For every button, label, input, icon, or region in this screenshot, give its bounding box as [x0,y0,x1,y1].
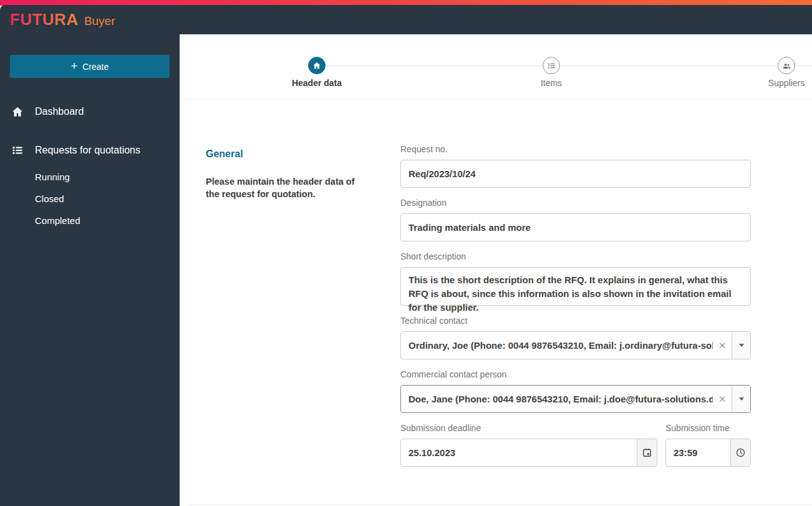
sidebar-subitem-closed[interactable]: Closed [0,193,180,206]
field-commercial-contact: Commercial contact person Doe, Jane (Pho… [400,369,751,413]
stepper-connector [562,66,778,66]
clock-icon [735,447,746,458]
chevron-down-icon [739,397,744,401]
dropdown-caret-button[interactable] [732,332,750,359]
selected-value: Doe, Jane (Phone: 0044 9876543210, Email… [401,386,713,412]
field-short-description: Short description This is the short desc… [400,251,751,306]
field-label: Designation [400,198,751,209]
logo-product-text: Buyer [84,14,115,28]
step-items[interactable]: Items [514,57,589,88]
field-label: Technical contact [400,316,751,327]
footer-divider [187,504,812,505]
field-label: Request no. [400,144,751,155]
field-label: Commercial contact person [400,369,751,381]
time-value: 23:59 [666,439,730,466]
calendar-picker-button[interactable] [637,439,657,466]
people-icon [778,57,795,74]
sidebar-item-dashboard[interactable]: Dashboard [0,103,180,120]
short-description-textarea[interactable]: This is the short description of the RFQ… [400,267,751,306]
home-icon [11,105,24,118]
section-description: Please maintain the header data of the r… [206,175,362,200]
calendar-icon [642,447,652,458]
step-label: Suppliers [749,78,812,88]
date-value: 25.10.2023 [401,439,637,466]
commercial-contact-select[interactable]: Doe, Jane (Phone: 0044 9876543210, Email… [400,385,751,413]
step-suppliers[interactable]: Suppliers [749,57,812,88]
clear-icon[interactable]: ✕ [713,332,732,359]
form-section-info: General Please maintain the header data … [206,148,362,200]
list-icon [543,57,560,74]
field-designation: Designation Trading materials and more [400,198,751,241]
sidebar-item-requests-for-quotations[interactable]: Requests for quotations [0,142,180,159]
submission-deadline-input[interactable]: 25.10.2023 [400,439,657,467]
step-header-data[interactable]: Header data [279,57,354,88]
main-content: Header data Items [180,34,812,506]
sidebar-subitem-completed[interactable]: Completed [0,215,180,228]
field-label: Submission time [665,423,751,434]
sidebar-item-label: Dashboard [35,106,84,117]
deadline-row: Submission deadline 25.10.2023 [400,423,751,467]
field-request-no: Request no. Req/2023/10/24 [400,144,751,188]
form-fields: Request no. Req/2023/10/24 Designation T… [400,144,751,467]
wizard-stepper: Header data Items [180,34,812,100]
chevron-down-icon [739,344,744,347]
request-no-input[interactable]: Req/2023/10/24 [400,160,751,188]
field-submission-time: Submission time 23:59 [665,423,751,467]
create-button[interactable]: + Create [10,55,170,78]
field-label: Submission deadline [400,423,657,434]
create-button-label: Create [82,62,109,72]
list-icon [11,144,24,157]
designation-input[interactable]: Trading materials and more [400,213,751,241]
sidebar: + Create Dashboard Requests for quotati [0,34,180,506]
app-header: FUTURA Buyer [0,5,812,34]
stepper-connector [327,66,543,66]
field-technical-contact: Technical contact Ordinary, Joe (Phone: … [400,316,751,359]
app-window: FUTURA Buyer + Create Dashboard [0,0,812,506]
field-label: Short description [400,251,751,263]
step-label: Items [514,78,589,88]
step-label: Header data [279,78,354,88]
selected-value: Ordinary, Joe (Phone: 0044 9876543210, E… [401,332,713,359]
field-submission-deadline: Submission deadline 25.10.2023 [400,423,657,467]
technical-contact-select[interactable]: Ordinary, Joe (Phone: 0044 9876543210, E… [400,331,751,359]
dropdown-caret-button[interactable] [732,386,750,412]
clear-icon[interactable]: ✕ [713,386,732,412]
sidebar-item-label: Requests for quotations [35,145,140,156]
app-logo[interactable]: FUTURA Buyer [10,10,115,29]
plus-icon: + [71,61,78,72]
logo-brand-text: FUTURA [10,10,79,29]
sidebar-subitem-running[interactable]: Running [0,172,180,184]
section-title: General [206,148,362,160]
time-picker-button[interactable] [730,439,750,466]
home-icon [308,57,326,74]
submission-time-input[interactable]: 23:59 [665,439,751,467]
